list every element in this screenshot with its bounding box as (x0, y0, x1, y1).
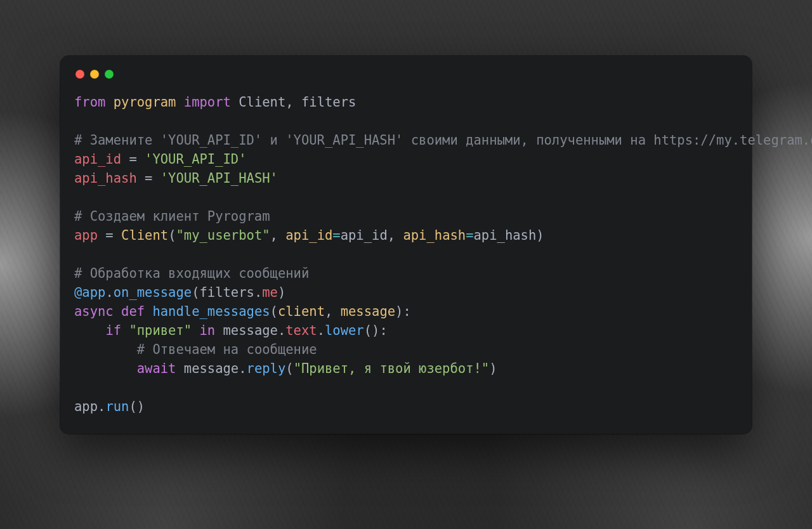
paren-close: ) (536, 228, 544, 243)
fn-run: run (105, 399, 129, 414)
kw-def: def (121, 304, 145, 319)
dot: . (239, 361, 246, 376)
kwarg-api-id: api_id (285, 228, 332, 243)
indent (74, 323, 105, 338)
kw-async: async (74, 304, 114, 319)
comment-line: # Обработка входящих сообщений (74, 266, 309, 281)
ident-message: message (184, 361, 239, 376)
indent (74, 342, 137, 357)
comment-line: # Замените 'YOUR_API_ID' и 'YOUR_API_HAS… (74, 133, 812, 148)
dot: . (278, 323, 285, 338)
str-reply: "Привет, я твой юзербот!" (294, 361, 490, 376)
paren-close: ) (489, 361, 497, 376)
window-titlebar (74, 69, 738, 93)
op-assign: = (332, 228, 340, 243)
fn-handle-messages: handle_messages (152, 304, 270, 319)
fn-on-message: on_message (114, 285, 192, 300)
paren-open: ( (270, 304, 278, 319)
ident-filters: filters (199, 285, 254, 300)
op-eq: = (98, 228, 121, 243)
str-privet: "привет" (129, 323, 192, 338)
minimize-traffic-light[interactable] (90, 70, 99, 79)
op-eq: = (121, 152, 145, 167)
comma: , (325, 304, 341, 319)
kwarg-api-hash: api_hash (403, 228, 466, 243)
op-eq: = (137, 171, 160, 186)
ident-message: message (223, 323, 278, 338)
paren-open: ( (285, 361, 293, 376)
op-assign: = (466, 228, 473, 243)
paren-open: ( (192, 285, 199, 300)
dot: . (105, 285, 113, 300)
var-api-id: api_id (74, 152, 121, 167)
dot: . (98, 399, 105, 414)
paren-open: ( (168, 228, 176, 243)
import-names: Client, filters (239, 95, 356, 110)
attr-text: text (285, 323, 317, 338)
dot: . (317, 323, 325, 338)
val-api-id: api_id (341, 228, 388, 243)
str-api-id: 'YOUR_API_ID' (145, 152, 246, 167)
ident-app: app (74, 399, 98, 414)
str-api-hash: 'YOUR_API_HASH' (160, 171, 278, 186)
dot: . (254, 285, 262, 300)
attr-me: me (262, 285, 278, 300)
comma: , (388, 228, 403, 243)
comma: , (270, 228, 286, 243)
comment-line: # Отвечаем на сообщение (137, 342, 317, 357)
fn-lower: lower (325, 323, 364, 338)
zoom-traffic-light[interactable] (105, 70, 114, 79)
decorator-app: @app (74, 285, 105, 300)
kw-import: import (184, 95, 231, 110)
paren-close: ) (278, 285, 285, 300)
kw-in: in (200, 323, 216, 338)
kw-from: from (74, 95, 105, 110)
kw-await: await (137, 361, 176, 376)
class-client: Client (121, 228, 168, 243)
str-session: "my_userbot" (176, 228, 270, 243)
fn-reply: reply (247, 361, 286, 376)
param-client: client (278, 304, 325, 319)
code-window: from pyrogram import Client, filters # З… (60, 56, 752, 434)
module-name: pyrogram (114, 95, 176, 110)
val-api-hash: api_hash (474, 228, 537, 243)
var-app: app (74, 228, 98, 243)
kw-if: if (105, 323, 121, 338)
call-parens: () (129, 399, 145, 414)
comment-line: # Создаем клиент Pyrogram (74, 209, 270, 224)
close-traffic-light[interactable] (75, 70, 84, 79)
code-block: from pyrogram import Client, filters # З… (74, 93, 738, 416)
indent (74, 361, 137, 376)
call-colon: (): (364, 323, 388, 338)
paren-close-colon: ): (395, 304, 411, 319)
var-api-hash: api_hash (74, 171, 137, 186)
param-message: message (341, 304, 395, 319)
